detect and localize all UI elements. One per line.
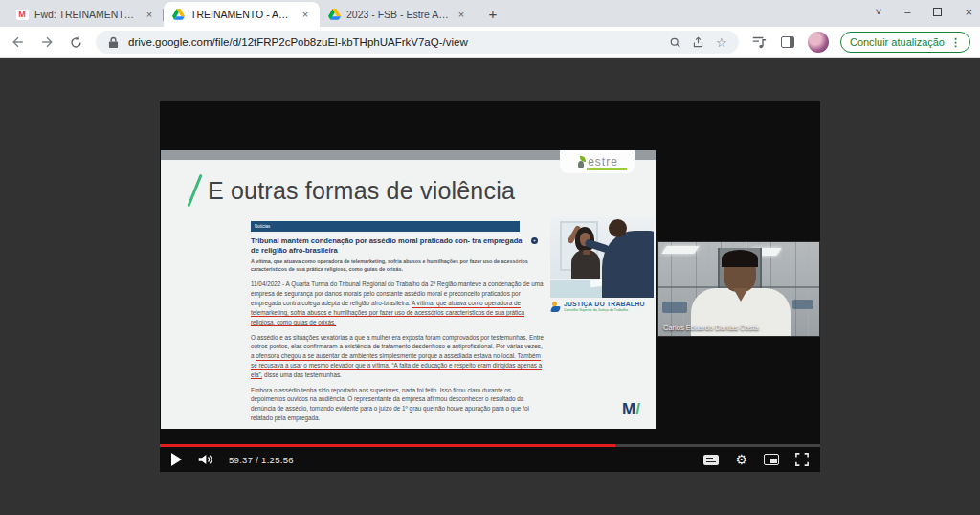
chrome-update-button[interactable]: Concluir atualização ⋮ bbox=[840, 32, 970, 53]
webcam-video-tile: Carlos Eduardo Dantas Costa bbox=[657, 241, 820, 337]
browser-tab-strip: M Fwd: TREINAMENTO - ASSÉDIO - × TREINAM… bbox=[0, 0, 980, 27]
close-icon[interactable]: × bbox=[299, 8, 312, 21]
close-icon[interactable]: × bbox=[143, 8, 156, 21]
screen-glow bbox=[792, 300, 813, 309]
speaker-name-label: Carlos Eduardo Dantas Costa bbox=[663, 324, 759, 332]
fullscreen-icon[interactable] bbox=[795, 453, 809, 466]
url-text[interactable]: drive.google.com/file/d/12tFRP2cPob8zuEl… bbox=[128, 36, 660, 48]
player-controls: 59:37 / 1:25:56 ⚙ bbox=[160, 447, 820, 472]
video-stage[interactable]: estre E outras formas de violência Notíc… bbox=[160, 101, 820, 472]
close-icon[interactable]: × bbox=[455, 8, 468, 21]
news-paragraph: O assédio e as situações vexatórias a qu… bbox=[251, 333, 546, 380]
update-label: Concluir atualização bbox=[850, 36, 945, 48]
lock-icon bbox=[105, 34, 121, 50]
mv-brand-mark: M/ bbox=[622, 400, 640, 419]
settings-gear-icon[interactable]: ⚙ bbox=[735, 453, 747, 466]
share-article-icon: + bbox=[531, 237, 538, 244]
zoom-icon[interactable] bbox=[668, 34, 683, 50]
presentation-slide: estre E outras formas de violência Notíc… bbox=[161, 150, 656, 429]
tab-title: Fwd: TREINAMENTO - ASSÉDIO - bbox=[34, 9, 137, 20]
captions-icon[interactable] bbox=[703, 455, 719, 465]
tab-drive-fsb-estre[interactable]: 2023 - FSB - Estre Ambiental - G × bbox=[320, 2, 476, 27]
window-close-icon[interactable]: × bbox=[965, 6, 972, 18]
court-name: JUSTIÇA DO TRABALHO bbox=[564, 302, 645, 308]
reload-icon[interactable] bbox=[67, 34, 84, 51]
news-paragraph: 11/04/2022 - A Quarta Turma do Tribunal … bbox=[251, 280, 546, 326]
ceiling-light bbox=[661, 246, 700, 254]
estre-sprout-icon bbox=[576, 156, 585, 168]
gmail-icon: M bbox=[15, 8, 29, 21]
estre-logo-underline bbox=[587, 168, 627, 170]
minimize-icon[interactable]: – bbox=[904, 7, 910, 17]
news-kicker: Notícias bbox=[251, 221, 520, 232]
news-article-clipping: Notícias Tribunal mantém condenação por … bbox=[251, 221, 546, 429]
tab-title: TREINAMENTO - ASSÉDIO - CIPA bbox=[190, 9, 293, 20]
back-icon[interactable] bbox=[10, 34, 27, 51]
chevron-down-icon[interactable]: ˅ bbox=[876, 7, 881, 17]
address-bar[interactable]: drive.google.com/file/d/12tFRP2cPob8zuEl… bbox=[96, 31, 739, 54]
justica-do-trabalho-logo: JUSTIÇA DO TRABALHO Conselho Superior da… bbox=[551, 302, 645, 313]
tab-title: 2023 - FSB - Estre Ambiental - G bbox=[346, 9, 449, 20]
screen-glow bbox=[662, 302, 687, 313]
google-drive-icon bbox=[327, 8, 341, 21]
maximize-icon[interactable] bbox=[933, 8, 942, 16]
tab-gmail-treinamento[interactable]: M Fwd: TREINAMENTO - ASSÉDIO - × bbox=[8, 2, 164, 27]
green-slash-accent bbox=[187, 174, 202, 208]
side-panel-icon[interactable] bbox=[779, 34, 796, 51]
tab-drive-treinamento-cipa[interactable]: TREINAMENTO - ASSÉDIO - CIPA × bbox=[164, 2, 320, 27]
news-headline: Tribunal mantém condenação por assédio m… bbox=[251, 236, 526, 256]
speaker-hair bbox=[722, 250, 758, 267]
time-display: 59:37 / 1:25:56 bbox=[229, 455, 294, 465]
google-drive-icon bbox=[171, 8, 185, 21]
picture-in-picture-icon[interactable] bbox=[764, 454, 779, 465]
slide-title: E outras formas de violência bbox=[208, 177, 515, 205]
forward-icon[interactable] bbox=[38, 34, 56, 51]
kebab-menu-icon[interactable]: ⋮ bbox=[950, 36, 961, 49]
bookmark-star-icon[interactable]: ☆ bbox=[714, 34, 729, 50]
new-tab-button[interactable]: + bbox=[481, 3, 504, 26]
news-paragraph: Embora o assédio tenha sido reportado ao… bbox=[251, 386, 546, 423]
estre-logo-text: estre bbox=[588, 156, 618, 168]
news-subtitle: A vítima, que atuava como operadora de t… bbox=[251, 258, 528, 274]
news-body: 11/04/2022 - A Quarta Turma do Tribunal … bbox=[251, 280, 546, 429]
media-controls-icon[interactable] bbox=[750, 34, 768, 51]
court-subtitle: Conselho Superior da Justiça do Trabalho bbox=[564, 309, 645, 313]
window-controls: ˅ – × bbox=[876, 0, 972, 23]
volume-icon[interactable] bbox=[197, 453, 213, 466]
news-photo bbox=[550, 217, 654, 298]
court-figure-icon bbox=[551, 302, 561, 313]
share-icon[interactable] bbox=[691, 34, 706, 50]
profile-avatar[interactable] bbox=[808, 32, 829, 53]
browser-toolbar: drive.google.com/file/d/12tFRP2cPob8zuEl… bbox=[0, 27, 980, 58]
play-button[interactable] bbox=[171, 453, 182, 466]
drive-viewer-background: estre E outras formas de violência Notíc… bbox=[0, 58, 980, 515]
